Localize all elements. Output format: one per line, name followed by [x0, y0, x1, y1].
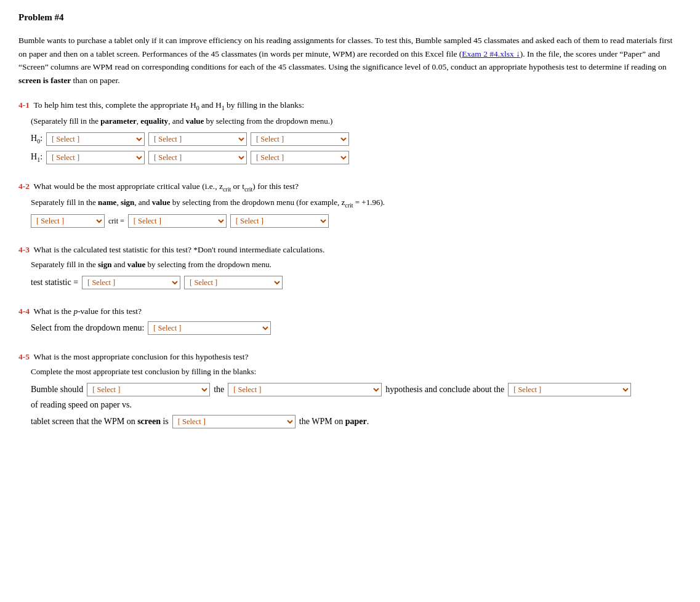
- conclusion-bumble-label: Bumble should: [31, 385, 83, 395]
- conclusion-row-1: Bumble should [ Select ] the [ Select ] …: [31, 383, 682, 410]
- crit-row: [ Select ] crit = [ Select ] [ Select ]: [31, 214, 682, 228]
- crit-label: crit =: [108, 217, 124, 226]
- h1-label: H1:: [31, 152, 42, 163]
- conclusion-row-2: tablet screen that the WPM on screen is …: [31, 415, 682, 428]
- section-4-4-num: 4-4: [18, 307, 30, 316]
- conclusion-select-2[interactable]: [ Select ]: [228, 383, 382, 396]
- section-4-5-sub: Complete the most appropriate test concl…: [31, 367, 682, 377]
- h1-select-3[interactable]: [ Select ]: [251, 151, 349, 164]
- h0-label: H0:: [31, 134, 42, 145]
- section-4-2-sub: Separately fill in the name, sign, and v…: [31, 198, 682, 209]
- section-4-5-num: 4-5: [18, 352, 30, 361]
- test-stat-label: test statistic =: [31, 278, 78, 287]
- h1-row: H1: [ Select ] [ Select ] [ Select ]: [31, 151, 682, 164]
- problem-title: Problem #4: [18, 12, 682, 23]
- conclusion-hyp-label: hypothesis and conclude about the: [385, 385, 504, 395]
- h0-select-1[interactable]: [ Select ]: [46, 132, 145, 146]
- pvalue-row: Select from the dropdown menu: [ Select …: [31, 321, 682, 335]
- section-4-2-num: 4-2: [18, 182, 30, 191]
- conclusion-select-1[interactable]: [ Select ]: [87, 383, 210, 396]
- section-4-1-sub: (Separately fill in the parameter, equal…: [31, 116, 682, 126]
- section-4-3: 4-3 What is the calculated test statisti…: [18, 245, 682, 289]
- section-4-4: 4-4 What is the p-value for this test? S…: [18, 307, 682, 335]
- section-4-1-num: 4-1: [18, 100, 30, 110]
- conclusion-select-3[interactable]: [ Select ]: [508, 383, 631, 396]
- section-4-1: 4-1 To help him test this, complete the …: [18, 100, 682, 164]
- section-4-4-header: 4-4 What is the p-value for this test?: [18, 307, 682, 316]
- problem-description: Bumble wants to purchase a tablet only i…: [18, 34, 682, 87]
- desc-bold: screen is faster: [18, 76, 71, 85]
- conclusion-tablet-label: tablet screen that the WPM on screen is: [31, 417, 169, 427]
- section-4-2: 4-2 What would be the most appropriate c…: [18, 182, 682, 228]
- section-4-1-header: 4-1 To help him test this, complete the …: [18, 100, 682, 111]
- crit-select-3[interactable]: [ Select ]: [230, 214, 329, 228]
- h1-select-1[interactable]: [ Select ]: [46, 151, 145, 164]
- section-4-2-header: 4-2 What would be the most appropriate c…: [18, 182, 682, 193]
- h1-select-2[interactable]: [ Select ]: [148, 151, 247, 164]
- conclusion-of-label: of reading speed on paper vs.: [31, 400, 132, 410]
- section-4-5-header: 4-5 What is the most appropriate conclus…: [18, 352, 682, 362]
- excel-link[interactable]: Exam 2 #4.xlsx ↓: [462, 49, 520, 58]
- conclusion-select-4[interactable]: [ Select ]: [172, 415, 296, 428]
- pvalue-select[interactable]: [ Select ]: [148, 321, 271, 335]
- test-stat-row: test statistic = [ Select ] [ Select ]: [31, 276, 682, 289]
- desc-text3: than on paper.: [71, 76, 119, 85]
- crit-select-1[interactable]: [ Select ]: [31, 214, 105, 228]
- section-4-5: 4-5 What is the most appropriate conclus…: [18, 352, 682, 428]
- h0-select-3[interactable]: [ Select ]: [251, 132, 349, 146]
- test-stat-select-1[interactable]: [ Select ]: [82, 276, 180, 289]
- section-4-3-sub: Separately fill in the sign and value by…: [31, 260, 682, 270]
- conclusion-the-label: the: [214, 385, 224, 395]
- h0-row: H0: [ Select ] [ Select ] [ Select ]: [31, 132, 682, 146]
- pvalue-label: Select from the dropdown menu:: [31, 323, 144, 333]
- h0-select-2[interactable]: [ Select ]: [148, 132, 247, 146]
- crit-select-2[interactable]: [ Select ]: [128, 214, 227, 228]
- section-4-3-num: 4-3: [18, 245, 30, 254]
- section-4-3-header: 4-3 What is the calculated test statisti…: [18, 245, 682, 255]
- conclusion-wpm-label: the WPM on paper.: [299, 417, 369, 427]
- test-stat-select-2[interactable]: [ Select ]: [184, 276, 283, 289]
